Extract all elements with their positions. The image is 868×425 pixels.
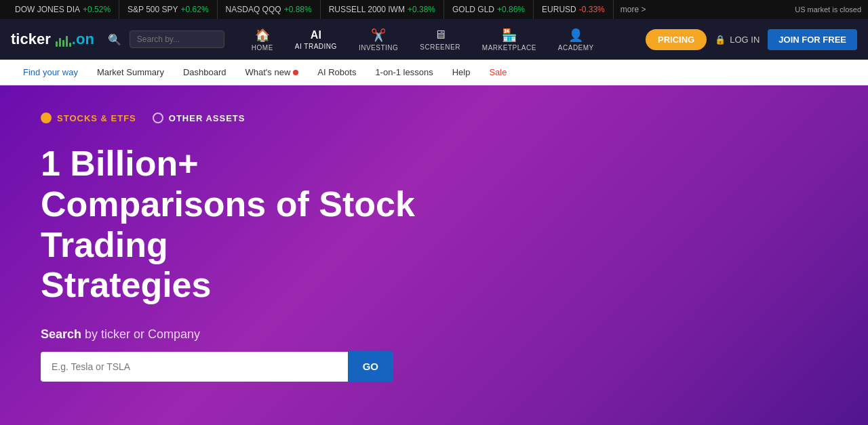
sec-nav-whats-new[interactable]: What's new (236, 60, 309, 85)
ticker-name-dow: DOW JONES DIA (15, 5, 80, 14)
nav-bar: ticker .on 🔍 🏠 HOME AI AI TRADING ✂️ INV… (0, 19, 868, 60)
home-icon: 🏠 (255, 28, 270, 43)
ticker-change-eurusd: -0.33% (579, 5, 605, 14)
ai-icon: AI (311, 29, 321, 41)
nav-item-ai-trading[interactable]: AI AI TRADING (284, 24, 348, 56)
login-label: LOG IN (730, 35, 760, 45)
new-dot-indicator (293, 70, 298, 75)
ticker-change-russell: +0.38% (408, 5, 435, 14)
sec-nav-sale[interactable]: Sale (479, 60, 516, 85)
nav-actions: PRICING 🔒 LOG IN JOIN FOR FREE (646, 29, 857, 50)
hero-title: 1 Billion+Comparisons of Stock TradingSt… (41, 144, 515, 306)
nav-label-investing: INVESTING (359, 44, 398, 52)
sec-nav-find-way[interactable]: Find your way (14, 60, 87, 85)
other-radio (153, 113, 163, 123)
nav-item-academy[interactable]: 👤 ACADEMY (547, 22, 605, 57)
market-status: US market is closed (795, 5, 861, 14)
ticker-item-sp500[interactable]: S&P 500 SPY +0.62% (119, 0, 218, 19)
ticker-name-nasdaq: NASDAQ QQQ (226, 5, 281, 14)
search-rest: by ticker or Company (81, 327, 200, 341)
nav-item-screener[interactable]: 🖥 SCREENER (409, 22, 471, 56)
stocks-label: STOCKS & ETFS (57, 113, 136, 123)
hero-search-row: GO (41, 351, 393, 382)
hero-go-button[interactable]: GO (348, 351, 393, 382)
ticker-change-sp500: +0.62% (181, 5, 209, 14)
ticker-item-dow[interactable]: DOW JONES DIA +0.52% (7, 0, 119, 19)
ticker-change-nasdaq: +0.88% (284, 5, 312, 14)
asset-toggle: STOCKS & ETFS OTHER ASSETS (41, 113, 827, 123)
ticker-name-russell: RUSSELL 2000 IWM (329, 5, 405, 14)
ticker-bar: DOW JONES DIA +0.52% S&P 500 SPY +0.62% … (0, 0, 868, 19)
nav-links: 🏠 HOME AI AI TRADING ✂️ INVESTING 🖥 SCRE… (241, 22, 640, 57)
lock-icon: 🔒 (715, 35, 726, 45)
nav-label-marketplace: MARKETPLACE (482, 44, 536, 52)
logo-text: ticker .on (11, 31, 94, 48)
sec-nav-market-summary[interactable]: Market Summary (87, 60, 174, 85)
nav-label-ai: AI TRADING (295, 43, 337, 50)
other-label: OTHER ASSETS (169, 113, 245, 123)
ticker-item-eurusd[interactable]: EURUSD -0.33% (534, 0, 614, 19)
ticker-name-eurusd: EURUSD (542, 5, 576, 14)
stocks-etfs-option[interactable]: STOCKS & ETFS (41, 113, 136, 123)
whats-new-label: What's new (245, 67, 291, 77)
join-button[interactable]: JOIN FOR FREE (768, 29, 857, 50)
nav-search-input[interactable] (130, 31, 224, 48)
marketplace-icon: 🏪 (502, 28, 517, 43)
nav-label-screener: SCREENER (420, 43, 460, 51)
nav-item-marketplace[interactable]: 🏪 MARKETPLACE (471, 22, 547, 57)
search-icon-button[interactable]: 🔍 (105, 31, 124, 49)
hero-section: STOCKS & ETFS OTHER ASSETS 1 Billion+Com… (0, 85, 868, 425)
investing-icon: ✂️ (371, 28, 386, 43)
secondary-nav: Find your way Market Summary Dashboard W… (0, 60, 868, 85)
ticker-name-sp500: S&P 500 SPY (127, 5, 178, 14)
screener-icon: 🖥 (434, 28, 446, 42)
ticker-change-dow: +0.52% (83, 5, 111, 14)
pricing-button[interactable]: PRICING (646, 29, 707, 50)
ticker-item-gold[interactable]: GOLD GLD +0.86% (444, 0, 534, 19)
hero-tagline: Revolutionize Your Trading with Tickeron… (41, 422, 651, 425)
nav-label-academy: ACADEMY (558, 44, 594, 52)
nav-item-investing[interactable]: ✂️ INVESTING (348, 22, 409, 57)
logo[interactable]: ticker .on (11, 31, 94, 48)
login-button[interactable]: 🔒 LOG IN (715, 35, 760, 45)
ticker-item-russell[interactable]: RUSSELL 2000 IWM +0.38% (321, 0, 444, 19)
logo-on: .on (72, 31, 94, 47)
sec-nav-help[interactable]: Help (443, 60, 480, 85)
search-bold: Search (41, 327, 81, 341)
other-assets-option[interactable]: OTHER ASSETS (153, 113, 245, 123)
stocks-radio (41, 113, 52, 123)
hero-search-input[interactable] (41, 352, 348, 382)
sec-nav-1on1[interactable]: 1-on-1 lessons (366, 60, 442, 85)
ticker-change-gold: +0.86% (497, 5, 525, 14)
nav-item-home[interactable]: 🏠 HOME (241, 22, 284, 57)
ticker-item-nasdaq[interactable]: NASDAQ QQQ +0.88% (218, 0, 321, 19)
academy-icon: 👤 (568, 28, 583, 43)
sec-nav-ai-robots[interactable]: AI Robots (308, 60, 366, 85)
hero-search-label: Search by ticker or Company (41, 327, 827, 342)
ticker-more[interactable]: more > (614, 5, 653, 14)
sec-nav-dashboard[interactable]: Dashboard (174, 60, 236, 85)
nav-label-home: HOME (252, 44, 273, 52)
ticker-name-gold: GOLD GLD (452, 5, 494, 14)
